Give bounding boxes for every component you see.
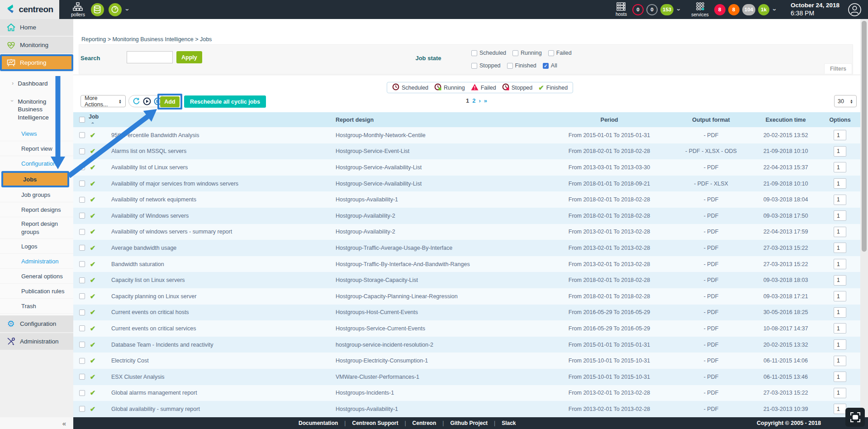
sidebar-item-configuration[interactable]: Configuration <box>0 156 73 171</box>
row-checkbox[interactable] <box>79 261 85 267</box>
refresh-icon[interactable] <box>133 97 140 105</box>
stopped-checkbox[interactable] <box>471 63 477 69</box>
column-output-format[interactable]: Output format <box>692 117 730 123</box>
footer-link-github-project[interactable]: Github Project <box>450 420 488 426</box>
all-checkbox[interactable]: ✓ <box>543 63 549 69</box>
user-profile-icon[interactable] <box>848 3 862 17</box>
services-menu[interactable]: services <box>691 2 709 17</box>
sidebar-item-report-designs[interactable]: Report designs <box>0 202 73 217</box>
options-input[interactable] <box>834 130 846 140</box>
sidebar-item-monitoring[interactable]: Monitoring <box>0 37 73 53</box>
sidebar-item-trash[interactable]: Trash <box>0 299 73 314</box>
options-input[interactable] <box>834 162 846 172</box>
database-status-icon[interactable] <box>91 3 104 16</box>
filters-tab[interactable]: Filters <box>824 63 852 74</box>
row-checkbox[interactable] <box>79 310 85 315</box>
poller-chevron-down-icon[interactable]: › <box>124 9 132 11</box>
row-checkbox[interactable] <box>79 342 85 348</box>
options-input[interactable] <box>834 259 846 269</box>
sidebar-collapse-button[interactable]: « <box>62 419 66 427</box>
status-badge[interactable]: 0 <box>632 4 644 15</box>
fullscreen-icon[interactable] <box>845 408 865 427</box>
status-badge[interactable]: 0 <box>646 4 658 15</box>
job-state-option-running[interactable]: Running <box>512 50 542 56</box>
row-checkbox[interactable] <box>79 197 85 203</box>
options-input[interactable] <box>834 210 846 221</box>
options-input[interactable] <box>834 404 846 414</box>
pollers-menu[interactable]: pollers <box>71 2 85 17</box>
hosts-chevron-down-icon[interactable]: › <box>675 9 683 11</box>
sidebar-item-monitoring-business-intelligence[interactable]: ›Monitoring Business Intelligence <box>0 93 73 127</box>
row-checkbox[interactable] <box>79 164 85 170</box>
row-checkbox[interactable] <box>79 229 85 235</box>
running-checkbox[interactable] <box>512 50 518 56</box>
sidebar-item-home[interactable]: Home <box>0 19 73 36</box>
breadcrumb[interactable]: Reporting > Monitoring Business Intellig… <box>81 36 212 43</box>
sidebar-item-job-groups[interactable]: Job groups <box>0 187 73 202</box>
column-job[interactable]: Job <box>89 114 99 120</box>
latency-gauge-icon[interactable] <box>109 3 122 16</box>
add-button[interactable]: Add <box>160 96 180 107</box>
options-input[interactable] <box>834 339 846 350</box>
row-checkbox[interactable] <box>79 148 85 154</box>
page-size-select[interactable]: 30 ▲▼ <box>834 95 857 107</box>
row-checkbox[interactable] <box>79 293 85 299</box>
options-input[interactable] <box>834 307 846 318</box>
more-actions-select[interactable]: More Actions... ▲▼ <box>81 95 126 107</box>
sidebar-item-logos[interactable]: Logos <box>0 239 73 254</box>
footer-link-documentation[interactable]: Documentation <box>299 420 338 426</box>
row-checkbox[interactable] <box>79 245 85 251</box>
row-checkbox[interactable] <box>79 406 85 412</box>
sidebar-item-views[interactable]: Views <box>0 126 73 141</box>
sidebar-item-report-view[interactable]: Report view <box>0 141 73 156</box>
status-badge[interactable]: 1k <box>758 4 769 15</box>
vertical-scrollbar[interactable] <box>860 19 868 417</box>
options-input[interactable] <box>834 178 846 189</box>
options-input[interactable] <box>834 356 846 366</box>
options-input[interactable] <box>834 275 846 286</box>
row-checkbox[interactable] <box>79 390 85 396</box>
services-chevron-down-icon[interactable]: › <box>771 9 779 11</box>
column-report-design[interactable]: Report design <box>336 117 374 123</box>
options-input[interactable] <box>834 291 846 301</box>
job-state-option-failed[interactable]: Failed <box>548 50 572 56</box>
sidebar-item-administration[interactable]: Administration <box>0 254 73 269</box>
column-period[interactable]: Period <box>601 117 618 123</box>
select-all-checkbox[interactable] <box>79 117 85 123</box>
failed-checkbox[interactable] <box>548 50 554 56</box>
job-state-option-all[interactable]: ✓All <box>543 62 557 69</box>
sidebar-item-administration[interactable]: Administration <box>0 333 73 350</box>
sidebar-item-general-options[interactable]: General options <box>0 269 73 284</box>
scrollbar-thumb[interactable] <box>862 21 867 252</box>
sidebar-item-publication-rules[interactable]: Publication rules <box>0 284 73 299</box>
row-checkbox[interactable] <box>79 181 85 186</box>
options-input[interactable] <box>834 227 846 237</box>
row-checkbox[interactable] <box>79 325 85 331</box>
page-2[interactable]: 2 <box>472 97 475 104</box>
column-execution-time[interactable]: Execution time <box>766 117 806 123</box>
centreon-logo[interactable]: centreon <box>0 0 59 19</box>
hosts-menu[interactable]: hosts <box>616 2 627 17</box>
finished-checkbox[interactable] <box>507 63 513 69</box>
job-state-option-finished[interactable]: Finished <box>507 62 536 69</box>
sort-asc-icon[interactable]: › <box>90 122 95 124</box>
status-badge[interactable]: 8 <box>714 4 726 15</box>
sidebar-item-dashboard[interactable]: ›Dashboard <box>0 75 73 93</box>
options-input[interactable] <box>834 195 846 205</box>
footer-link-slack[interactable]: Slack <box>502 420 516 426</box>
footer-link-centreon-support[interactable]: Centreon Support <box>352 420 398 426</box>
row-checkbox[interactable] <box>79 277 85 283</box>
job-state-option-scheduled[interactable]: Scheduled <box>471 50 506 56</box>
options-input[interactable] <box>834 372 846 382</box>
row-checkbox[interactable] <box>79 358 85 364</box>
sidebar-item-reporting[interactable]: Reporting <box>0 54 73 71</box>
reschedule-all-cyclic-jobs-button[interactable]: Reschedule all cyclic jobs <box>184 95 266 108</box>
scheduled-checkbox[interactable] <box>471 50 477 56</box>
options-input[interactable] <box>834 323 846 334</box>
row-checkbox[interactable] <box>79 132 85 138</box>
page-[interactable]: › <box>479 97 480 104</box>
sidebar-item-jobs[interactable]: Jobs <box>1 171 69 187</box>
search-input[interactable] <box>127 51 173 63</box>
status-badge[interactable]: 8 <box>728 4 740 15</box>
job-state-option-stopped[interactable]: Stopped <box>471 62 501 69</box>
